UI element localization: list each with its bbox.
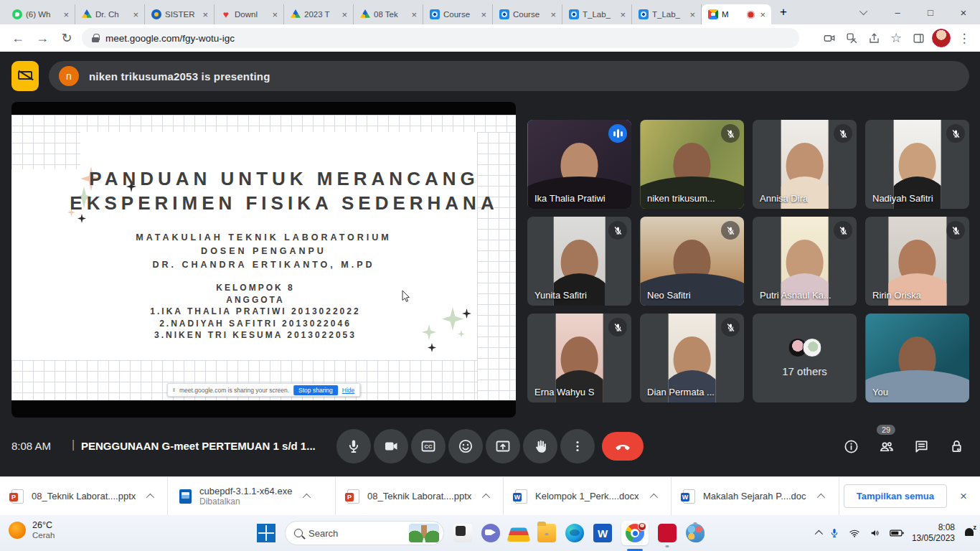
tab-close-icon[interactable]: ×: [479, 9, 488, 20]
teams-chat-icon[interactable]: [481, 524, 500, 542]
tab-close-icon[interactable]: ×: [340, 9, 349, 20]
bookmark-star-icon[interactable]: ☆: [887, 29, 905, 47]
bluestacks-icon[interactable]: [507, 528, 531, 542]
hidden-icons-chevron[interactable]: [815, 530, 823, 538]
wifi-icon[interactable]: [848, 527, 861, 539]
minimize-button[interactable]: –: [881, 0, 914, 24]
new-tab-button[interactable]: +: [771, 0, 796, 24]
mic-button[interactable]: [336, 429, 371, 463]
browser-tab[interactable]: Course×: [493, 4, 562, 24]
participant-tile[interactable]: Dian Permata ...: [640, 314, 744, 402]
maximize-button[interactable]: □: [914, 0, 947, 24]
tab-close-icon[interactable]: ×: [201, 9, 209, 20]
tab-close-icon[interactable]: ×: [549, 9, 557, 20]
browser-tab[interactable]: T_Lab_×: [632, 4, 702, 24]
back-button[interactable]: ←: [6, 26, 30, 50]
present-screen-button[interactable]: [486, 429, 520, 463]
tab-close-icon[interactable]: ×: [688, 9, 697, 20]
download-item[interactable]: 08_Teknik Laborat....pptx: [336, 477, 504, 515]
chevron-up-icon[interactable]: [482, 493, 490, 501]
side-panel-icon[interactable]: [910, 29, 927, 47]
tray-mic-icon[interactable]: [829, 527, 840, 540]
file-explorer-icon[interactable]: [537, 524, 556, 542]
meeting-details-button[interactable]: [835, 430, 867, 462]
end-call-button[interactable]: [602, 432, 644, 461]
search-decoration-image: [409, 524, 439, 542]
download-filename: 08_Teknik Laborat....pptx: [367, 491, 471, 501]
browser-tab[interactable]: 2023 T×: [284, 4, 354, 24]
participants-button[interactable]: 29: [870, 430, 902, 462]
tab-close-icon[interactable]: ×: [270, 9, 279, 20]
participant-tile[interactable]: Annisa Dira: [753, 120, 857, 209]
chevron-up-icon[interactable]: [649, 493, 657, 501]
camera-button[interactable]: [374, 429, 408, 463]
participant-tile[interactable]: Ririn Oriska: [865, 217, 969, 306]
host-controls-button[interactable]: [941, 430, 972, 462]
tab-close-icon[interactable]: ×: [618, 9, 627, 20]
tab-search-icon[interactable]: [848, 0, 881, 24]
chrome-taskbar-button[interactable]: [621, 521, 649, 545]
browser-tab[interactable]: Dr. Ch×: [75, 4, 145, 24]
browser-tab[interactable]: 08 Tek×: [354, 4, 423, 24]
stop-sharing-button[interactable]: Stop sharing: [293, 385, 338, 395]
forward-button[interactable]: →: [30, 26, 55, 50]
weather-widget[interactable]: 26°C Cerah: [9, 520, 55, 540]
chevron-up-icon[interactable]: [303, 493, 311, 501]
chevron-up-icon[interactable]: [146, 493, 154, 501]
reload-button[interactable]: ↻: [55, 26, 79, 50]
reactions-button[interactable]: [448, 429, 483, 463]
participant-tile[interactable]: niken trikusum...: [640, 120, 744, 209]
browser-tab[interactable]: (6) Wh×: [6, 4, 75, 24]
task-view-icon[interactable]: [453, 524, 472, 542]
acrobat-icon[interactable]: [658, 524, 677, 542]
notification-bell-icon[interactable]: [963, 527, 976, 540]
battery-icon[interactable]: [890, 528, 904, 538]
profile-avatar[interactable]: [932, 29, 951, 47]
close-window-button[interactable]: ×: [947, 0, 980, 24]
stop-presentation-button[interactable]: [11, 61, 39, 91]
participant-tile[interactable]: Yunita Safitri: [527, 217, 631, 306]
speaker-icon[interactable]: [869, 527, 882, 539]
hide-link[interactable]: Hide: [342, 387, 354, 394]
browser-menu-icon[interactable]: ⋮: [956, 29, 973, 47]
browser-tab[interactable]: M×: [702, 4, 771, 24]
more-options-button[interactable]: [560, 429, 595, 463]
chevron-up-icon[interactable]: [816, 493, 824, 501]
show-all-downloads-button[interactable]: Tampilkan semua: [844, 484, 947, 508]
tab-close-icon[interactable]: ×: [758, 9, 767, 20]
others-avatars: [788, 338, 821, 357]
tab-close-icon[interactable]: ×: [410, 9, 418, 20]
taskbar-search[interactable]: Search: [285, 521, 444, 545]
participant-tile[interactable]: Putri Asnaul Ka...: [753, 217, 857, 306]
tray-clock[interactable]: 8:08 13/05/2023: [912, 522, 955, 544]
camera-in-use-icon[interactable]: [821, 29, 838, 47]
participant-tile[interactable]: Nadiyah Safitri: [865, 120, 969, 209]
address-bar[interactable]: meet.google.com/fgy-wotu-igc: [82, 28, 799, 48]
browser-tab[interactable]: Course×: [423, 4, 493, 24]
download-item[interactable]: 08_Teknik Laborat....pptx: [0, 477, 168, 515]
close-downloads-bar-icon[interactable]: ×: [947, 489, 980, 504]
download-item[interactable]: Kelompok 1_Perk....docx: [504, 477, 672, 515]
participant-tile[interactable]: Erna Wahyu S: [527, 314, 631, 402]
word-icon[interactable]: [593, 524, 612, 542]
download-item[interactable]: Makalah Sejarah P....doc: [672, 477, 839, 515]
tab-close-icon[interactable]: ×: [131, 9, 140, 20]
browser-tab[interactable]: SISTER×: [145, 4, 215, 24]
participant-tile[interactable]: You: [865, 314, 969, 402]
participant-tile[interactable]: 17 others: [753, 314, 857, 402]
browser-tab[interactable]: ♥Downl×: [215, 4, 284, 24]
edge-icon[interactable]: [565, 524, 584, 542]
participant-tile[interactable]: Ika Thalia Pratiwi: [527, 120, 631, 209]
translate-icon[interactable]: [843, 29, 860, 47]
captions-button[interactable]: CC: [411, 429, 446, 463]
tab-close-icon[interactable]: ×: [62, 9, 70, 20]
chat-button[interactable]: [905, 430, 937, 462]
share-icon[interactable]: [865, 29, 882, 47]
browser-tab[interactable]: T_Lab_×: [562, 4, 632, 24]
paint-icon[interactable]: [686, 524, 705, 542]
start-button[interactable]: [257, 524, 275, 542]
download-item[interactable]: cubepdf-3.1.1-x64.exeDibatalkan: [168, 477, 336, 515]
meeting-title: PENGGUNAAN G-meet PERTEMUAN 1 s/d 1...: [81, 440, 325, 452]
participant-tile[interactable]: Neo Safitri: [640, 217, 744, 306]
raise-hand-button[interactable]: [523, 429, 557, 463]
